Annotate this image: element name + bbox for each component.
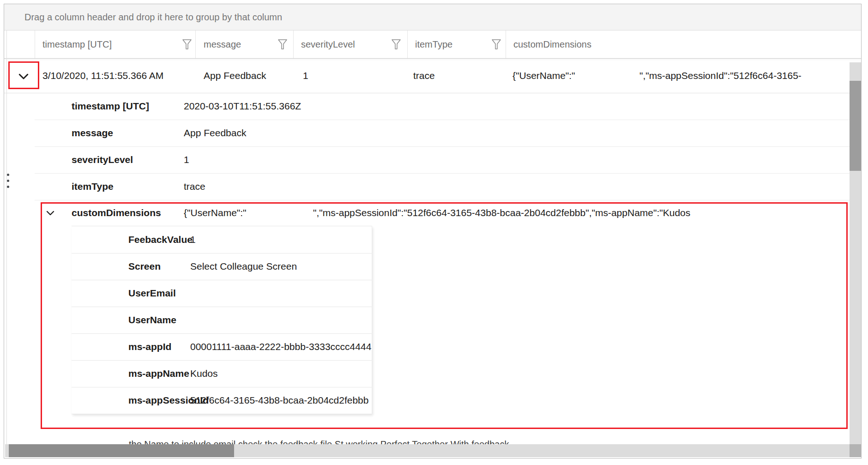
nested-row-screen: Screen Select Colleague Screen	[72, 253, 372, 280]
cell-itemtype: trace	[413, 59, 435, 93]
cell-customdimensions-prefix: {"UserName":"	[512, 59, 575, 93]
detail-value: 1	[184, 146, 189, 173]
group-by-hint-text: Drag a column header and drop it here to…	[24, 4, 282, 30]
detail-value: 2020-03-10T11:51:55.366Z	[184, 93, 301, 120]
nested-value: 512f6c64-3165-43b8-bcaa-2b04cd2febbb	[190, 387, 368, 414]
detail-row-severitylevel: severityLevel 1	[35, 146, 850, 174]
column-separator	[35, 30, 35, 58]
horizontal-scrollbar-thumb[interactable]	[9, 444, 234, 457]
funnel-icon[interactable]	[277, 38, 288, 50]
column-separator	[293, 30, 294, 58]
column-header-severitylevel[interactable]: severityLevel	[301, 30, 355, 58]
column-separator	[407, 30, 408, 58]
nested-row-ms-appname: ms-appName Kudos	[72, 360, 372, 387]
nested-row-feebackvalue: FeebackValue 1	[72, 226, 372, 254]
cell-severitylevel: 1	[303, 59, 308, 93]
nested-label: FeebackValue	[128, 226, 193, 253]
vertical-scrollbar-thumb[interactable]	[850, 81, 861, 171]
detail-row-timestamp: timestamp [UTC] 2020-03-10T11:51:55.366Z	[35, 93, 850, 120]
detail-row-itemtype: itemType trace	[35, 173, 850, 200]
nested-row-username: UserName	[72, 307, 372, 334]
column-separator	[195, 30, 196, 58]
nested-row-useremail: UserEmail	[72, 280, 372, 307]
column-header-itemtype[interactable]: itemType	[415, 30, 452, 58]
nested-value: Kudos	[190, 360, 218, 387]
customdimensions-json-suffix: ","ms-appSessionId":"512f6c64-3165-43b8-…	[313, 200, 690, 226]
cell-customdimensions-suffix: ","ms-appSessionId":"512f6c64-3165-	[639, 59, 802, 93]
detail-label: severityLevel	[72, 146, 133, 173]
column-header-timestamp[interactable]: timestamp [UTC]	[42, 30, 112, 58]
nested-label: UserName	[128, 307, 176, 333]
chevron-down-icon[interactable]	[45, 207, 56, 218]
funnel-icon[interactable]	[391, 38, 402, 50]
nested-label: UserEmail	[128, 280, 176, 307]
detail-label: customDimensions	[72, 200, 161, 226]
nested-label: Screen	[128, 253, 161, 280]
customdimensions-nested-table: FeebackValue 1 Screen Select Colleague S…	[72, 226, 372, 414]
cell-timestamp: 3/10/2020, 11:51:55.366 AM	[42, 59, 163, 93]
nested-label: ms-appName	[128, 360, 189, 387]
funnel-icon[interactable]	[181, 38, 193, 50]
detail-row-message: message App Feedback	[35, 120, 850, 147]
table-row[interactable]: 3/10/2020, 11:51:55.366 AM App Feedback …	[4, 59, 850, 93]
nested-row-ms-appid: ms-appId 00001111-aaaa-2222-bbbb-3333ccc…	[72, 333, 372, 361]
customdimensions-json-prefix: {"UserName":"	[184, 200, 247, 226]
scrollbar-corner	[850, 444, 861, 457]
detail-value: trace	[184, 173, 205, 200]
nested-value: Select Colleague Screen	[190, 253, 297, 280]
detail-row-customdimensions[interactable]: customDimensions {"UserName":" ","ms-app…	[35, 200, 850, 226]
chevron-down-icon[interactable]	[17, 69, 30, 83]
column-separator	[506, 30, 506, 58]
column-header-customdimensions[interactable]: customDimensions	[513, 30, 591, 58]
nested-row-ms-appsessionid: ms-appSessionId 512f6c64-3165-43b8-bcaa-…	[72, 387, 372, 414]
detail-label: message	[72, 120, 113, 146]
detail-label: timestamp [UTC]	[72, 93, 149, 120]
column-header-message[interactable]: message	[204, 30, 241, 58]
cell-message: App Feedback	[204, 59, 266, 93]
detail-value: App Feedback	[184, 120, 246, 146]
funnel-icon[interactable]	[491, 38, 502, 50]
group-by-drop-zone[interactable]: Drag a column header and drop it here to…	[4, 4, 861, 30]
nested-label: ms-appId	[128, 333, 171, 360]
grid-left-edge	[6, 30, 7, 444]
detail-label: itemType	[72, 173, 114, 200]
nested-value: 1	[190, 226, 196, 253]
results-grid: Drag a column header and drop it here to…	[4, 4, 862, 459]
nested-value: 00001111-aaaa-2222-bbbb-3333cccc4444	[190, 333, 371, 360]
